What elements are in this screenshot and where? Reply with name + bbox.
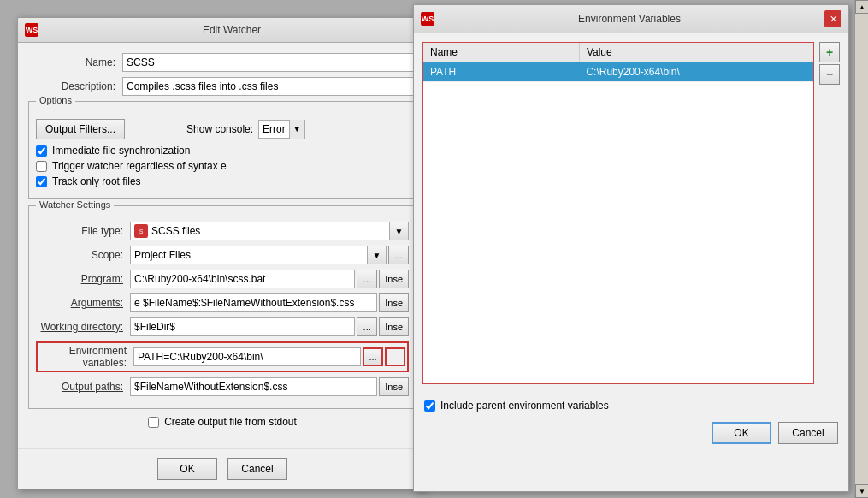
edit-watcher-dialog: WS Edit Watcher Name: Description: Optio… <box>17 17 428 489</box>
program-input[interactable] <box>130 270 355 288</box>
arguments-input[interactable] <box>130 293 377 312</box>
trigger-watcher-row: Trigger watcher regardless of syntax e <box>36 160 409 172</box>
program-label: Program: <box>36 273 130 285</box>
edit-watcher-titlebar: WS Edit Watcher <box>18 18 427 43</box>
include-parent-label: Include parent environment variables <box>440 400 609 412</box>
env-main-content: Name Value PATH C:\Ruby200-x64\bin\ + − <box>414 33 848 393</box>
edit-watcher-footer: OK Cancel <box>18 448 427 489</box>
include-parent-row: Include parent environment variables <box>424 400 838 412</box>
scope-row: Scope: Project Files ▼ ... <box>36 246 409 264</box>
env-side-buttons: + − <box>819 42 840 384</box>
env-remove-btn[interactable]: − <box>819 64 840 85</box>
scope-dropdown-btn[interactable]: ▼ <box>368 246 387 264</box>
output-paths-label: Output paths: <box>36 381 130 393</box>
show-console-label: Show console: <box>186 123 253 135</box>
output-paths-insert-btn[interactable]: Inse <box>379 377 409 396</box>
scope-input-wrapper: Project Files <box>130 246 368 264</box>
watcher-settings-label: Watcher Settings <box>36 199 114 210</box>
env-variables-dialog: WS Environment Variables ✕ Name Value PA… <box>413 4 849 492</box>
arguments-row: Arguments: Inse <box>36 293 409 312</box>
file-type-combo: S SCSS files ▼ <box>130 222 409 240</box>
edit-watcher-body: Name: Description: Options Output Filter… <box>18 43 427 442</box>
working-dir-dots-btn[interactable]: ... <box>357 317 377 336</box>
immediate-sync-checkbox[interactable] <box>36 145 47 157</box>
env-vars-indicator <box>385 347 405 366</box>
program-insert-btn[interactable]: Inse <box>379 270 409 288</box>
env-table-wrapper: Name Value PATH C:\Ruby200-x64\bin\ <box>422 42 814 384</box>
env-title: Environment Variables <box>440 13 819 25</box>
working-dir-input[interactable] <box>130 317 355 336</box>
env-vars-row: Environment variables: ... <box>36 341 409 372</box>
env-ok-btn[interactable]: OK <box>712 422 771 444</box>
options-group: Options Output Filters... Show console: … <box>28 101 416 199</box>
env-dialog-buttons: OK Cancel <box>424 422 838 444</box>
env-close-btn[interactable]: ✕ <box>824 10 841 27</box>
edit-watcher-ok-btn[interactable]: OK <box>157 458 217 480</box>
env-vars-combo: ... <box>133 347 405 366</box>
arguments-label: Arguments: <box>36 297 130 309</box>
env-cancel-btn[interactable]: Cancel <box>778 422 838 444</box>
env-vars-label: Environment variables: <box>39 345 133 369</box>
output-paths-combo: Inse <box>130 377 409 396</box>
scope-value: Project Files <box>134 249 191 261</box>
env-name-header: Name <box>423 43 579 62</box>
show-console-container: Show console: Error ▼ <box>186 120 305 139</box>
track-root-row: Track only root files <box>36 175 409 187</box>
env-add-btn[interactable]: + <box>819 42 840 62</box>
file-type-dropdown-btn[interactable]: ▼ <box>390 222 409 240</box>
options-content: Output Filters... Show console: Error ▼ … <box>36 109 409 187</box>
include-parent-checkbox[interactable] <box>424 400 435 412</box>
name-label: Name: <box>28 56 122 68</box>
arguments-insert-btn[interactable]: Inse <box>379 293 409 312</box>
arguments-combo: Inse <box>130 293 409 312</box>
edit-watcher-title: Edit Watcher <box>44 24 420 36</box>
scroll-down-btn[interactable]: ▼ <box>855 484 868 498</box>
working-dir-insert-btn[interactable]: Inse <box>379 317 409 336</box>
name-row: Name: <box>28 53 416 72</box>
description-row: Description: <box>28 77 416 96</box>
create-output-checkbox[interactable] <box>148 417 159 428</box>
main-scrollbar[interactable]: ▲ ▼ <box>854 0 868 498</box>
create-output-label: Create output file from stdout <box>164 416 297 428</box>
output-filters-btn[interactable]: Output Filters... <box>36 119 125 139</box>
env-vars-dots-btn[interactable]: ... <box>363 347 383 366</box>
scope-combo: Project Files ▼ ... <box>130 246 409 264</box>
program-dots-btn[interactable]: ... <box>357 270 377 288</box>
env-vars-input[interactable] <box>133 347 361 366</box>
track-root-label: Track only root files <box>52 175 141 187</box>
edit-watcher-cancel-btn[interactable]: Cancel <box>227 458 287 480</box>
track-root-checkbox[interactable] <box>36 176 47 187</box>
program-combo: ... Inse <box>130 270 409 288</box>
env-variables-table: Name Value PATH C:\Ruby200-x64\bin\ <box>423 43 813 82</box>
output-paths-input[interactable] <box>130 377 377 396</box>
env-value-header: Value <box>579 43 813 62</box>
env-table-header-row: Name Value <box>423 43 813 62</box>
env-table-head: Name Value <box>423 43 813 62</box>
env-table-body: PATH C:\Ruby200-x64\bin\ <box>423 62 813 82</box>
ws-logo-edit: WS <box>25 23 38 37</box>
watcher-settings-group: Watcher Settings File type: S SCSS files… <box>28 205 416 409</box>
scroll-up-btn[interactable]: ▲ <box>855 0 868 14</box>
file-type-row: File type: S SCSS files ▼ <box>36 222 409 240</box>
description-label: Description: <box>28 80 122 92</box>
working-dir-label: Working directory: <box>36 321 130 333</box>
output-paths-row: Output paths: Inse <box>36 377 409 396</box>
file-type-label: File type: <box>36 225 130 237</box>
scope-dots-btn[interactable]: ... <box>388 246 409 264</box>
console-dropdown-arrow[interactable]: ▼ <box>289 120 304 139</box>
console-value: Error <box>259 123 289 135</box>
immediate-sync-label: Immediate file synchronization <box>52 145 190 157</box>
ws-logo-env: WS <box>421 12 434 26</box>
working-dir-row: Working directory: ... Inse <box>36 317 409 336</box>
trigger-watcher-checkbox[interactable] <box>36 161 47 172</box>
output-filters-row: Output Filters... Show console: Error ▼ <box>36 119 409 139</box>
env-table-row[interactable]: PATH C:\Ruby200-x64\bin\ <box>423 62 813 82</box>
description-input[interactable] <box>122 77 416 96</box>
immediate-sync-row: Immediate file synchronization <box>36 145 409 157</box>
env-footer: Include parent environment variables OK … <box>414 393 848 451</box>
env-titlebar: WS Environment Variables ✕ <box>414 5 848 33</box>
create-output-row: Create output file from stdout <box>28 416 416 428</box>
name-input[interactable] <box>122 53 416 72</box>
scss-file-icon: S <box>134 224 148 238</box>
console-select-wrapper: Error ▼ <box>258 120 305 139</box>
